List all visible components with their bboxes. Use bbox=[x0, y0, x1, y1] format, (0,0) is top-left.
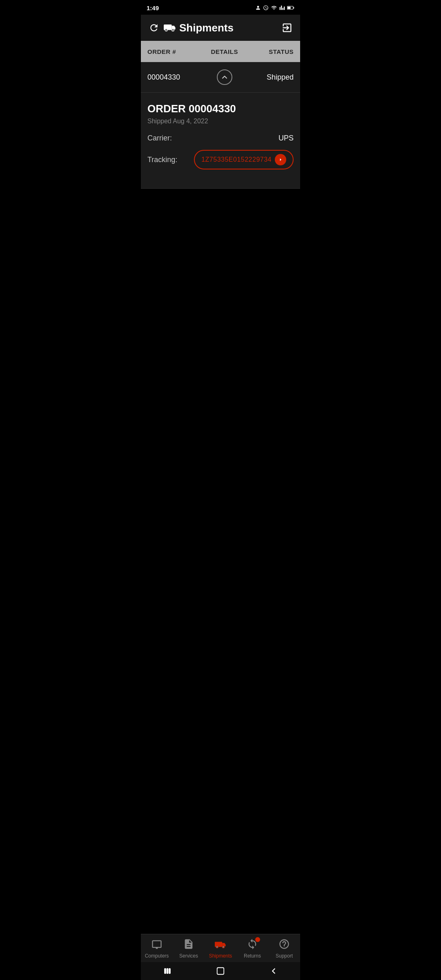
alarm-icon bbox=[263, 5, 269, 11]
refresh-icon bbox=[149, 22, 159, 33]
tracking-button[interactable]: 1Z75335E0152229734 bbox=[194, 150, 294, 169]
expand-button[interactable] bbox=[217, 69, 232, 85]
svg-rect-2 bbox=[293, 7, 294, 9]
main-content bbox=[141, 189, 300, 344]
truck-icon bbox=[164, 22, 176, 33]
order-status: Shipped bbox=[254, 73, 294, 82]
carrier-value: UPS bbox=[278, 134, 294, 143]
header: Shipments bbox=[141, 15, 300, 41]
logout-button[interactable] bbox=[281, 21, 294, 34]
status-icons bbox=[255, 5, 294, 11]
order-detail-panel: ORDER 00004330 Shipped Aug 4, 2022 Carri… bbox=[141, 93, 300, 189]
arrow-right-icon bbox=[277, 156, 284, 163]
logout-icon bbox=[281, 22, 293, 33]
col-header-details: DETAILS bbox=[195, 48, 254, 55]
col-header-order: ORDER # bbox=[147, 48, 195, 55]
truck-svg bbox=[164, 22, 176, 31]
chevron-up-icon bbox=[220, 73, 229, 81]
col-header-status: STATUS bbox=[254, 48, 294, 55]
tracking-label: Tracking: bbox=[147, 156, 177, 164]
refresh-button[interactable] bbox=[147, 21, 160, 34]
svg-rect-3 bbox=[164, 24, 172, 30]
page-title: Shipments bbox=[179, 22, 234, 34]
tracking-number: 1Z75335E0152229734 bbox=[201, 156, 272, 163]
order-detail-title: ORDER 00004330 bbox=[147, 102, 294, 115]
status-time: 1:49 bbox=[147, 4, 159, 11]
svg-point-7 bbox=[172, 29, 174, 31]
order-chevron[interactable] bbox=[195, 69, 254, 85]
order-number: 00004330 bbox=[147, 73, 195, 82]
battery-icon bbox=[287, 5, 294, 10]
wifi-icon bbox=[271, 5, 277, 11]
order-detail-date: Shipped Aug 4, 2022 bbox=[147, 118, 294, 125]
status-bar: 1:49 bbox=[141, 0, 300, 15]
signal-icon bbox=[279, 5, 285, 11]
svg-point-6 bbox=[166, 29, 167, 31]
header-title-area: Shipments bbox=[164, 22, 281, 34]
tracking-row: Tracking: 1Z75335E0152229734 bbox=[147, 150, 294, 169]
person-icon bbox=[255, 5, 261, 11]
tracking-arrow-button[interactable] bbox=[275, 154, 286, 165]
carrier-row: Carrier: UPS bbox=[147, 134, 294, 143]
carrier-label: Carrier: bbox=[147, 134, 172, 143]
svg-rect-1 bbox=[287, 7, 291, 9]
order-row: 00004330 Shipped bbox=[141, 62, 300, 93]
table-header: ORDER # DETAILS STATUS bbox=[141, 41, 300, 62]
